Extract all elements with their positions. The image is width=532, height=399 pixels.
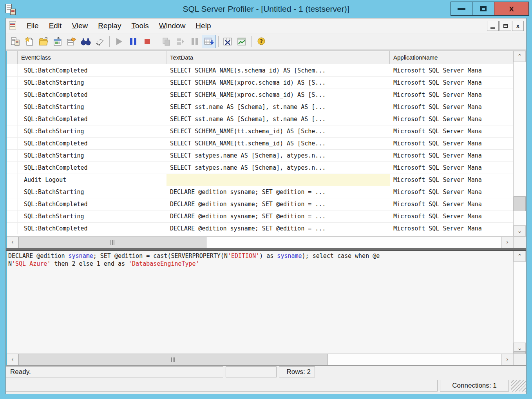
sql-horizontal-scrollbar[interactable]: ‹ › bbox=[7, 354, 526, 365]
pause-icon bbox=[130, 38, 136, 45]
clear-trace-button[interactable] bbox=[93, 35, 107, 48]
maximize-button[interactable] bbox=[472, 2, 494, 16]
child-restore-button[interactable] bbox=[499, 21, 511, 31]
minimize-icon bbox=[458, 8, 465, 10]
scroll-up-button[interactable]: ⌃ bbox=[514, 51, 526, 62]
document-icon bbox=[9, 22, 18, 30]
scroll-left-button[interactable]: ‹ bbox=[7, 354, 18, 365]
table-row[interactable]: SQL:BatchCompletedSELECT SCHEMA_NAME(tt.… bbox=[7, 137, 513, 149]
menu-bar: File Edit View Replay Tools Window Help … bbox=[6, 18, 526, 33]
eraser-icon bbox=[95, 37, 105, 46]
table-row[interactable]: SQL:BatchStartingDECLARE @edition sysnam… bbox=[7, 210, 513, 222]
properties-icon bbox=[67, 37, 77, 46]
step-pages-icon bbox=[162, 37, 171, 46]
toolbar-separator bbox=[252, 36, 252, 47]
table-row[interactable]: SQL:BatchCompletedDECLARE @edition sysna… bbox=[7, 198, 513, 210]
new-document-button[interactable] bbox=[22, 35, 36, 48]
highlighted-cell bbox=[166, 174, 390, 186]
find-button[interactable] bbox=[79, 35, 93, 48]
table-row[interactable]: SQL:BatchStartingSELECT sst.name AS [Sch… bbox=[7, 101, 513, 113]
grid-horizontal-scrollbar[interactable]: ‹ › bbox=[7, 236, 526, 248]
grid-vscroll-track[interactable] bbox=[514, 62, 526, 225]
stop-replay-button[interactable] bbox=[140, 35, 154, 48]
chevron-right-icon: › bbox=[506, 357, 508, 363]
sql-hscroll-track[interactable] bbox=[18, 354, 501, 365]
start-replay-button[interactable] bbox=[112, 35, 126, 48]
child-minimize-button[interactable] bbox=[487, 21, 499, 31]
new-document-icon bbox=[25, 37, 34, 46]
find-binoculars-icon bbox=[81, 37, 91, 46]
menu-tools[interactable]: Tools bbox=[126, 20, 154, 32]
scroll-up-button[interactable]: ⌃ bbox=[514, 251, 526, 262]
resize-grip[interactable] bbox=[511, 380, 526, 392]
child-close-button[interactable]: x bbox=[512, 21, 524, 31]
status-connections: Connections: 1 bbox=[440, 380, 509, 392]
pause-gray-icon bbox=[192, 38, 198, 45]
toolbar-separator bbox=[157, 36, 157, 47]
status-empty-panel bbox=[6, 380, 438, 392]
clear-grid-button[interactable] bbox=[221, 35, 235, 48]
table-row-audit-logout[interactable]: Audit LogoutMicrosoft SQL Server Mana bbox=[7, 174, 513, 186]
table-row[interactable]: SQL:BatchStartingSELECT SCHEMA_NAME(tt.s… bbox=[7, 125, 513, 137]
scroll-right-button[interactable]: › bbox=[501, 237, 513, 248]
column-header-applicationname[interactable]: ApplicationName bbox=[390, 51, 513, 64]
status-spacer bbox=[317, 366, 526, 377]
properties-button[interactable] bbox=[65, 35, 79, 48]
menu-view[interactable]: View bbox=[67, 20, 93, 32]
open-trace-button[interactable] bbox=[36, 35, 51, 48]
stop-icon bbox=[145, 39, 150, 44]
sql-text-view[interactable]: DECLARE @edition sysname; SET @edition =… bbox=[7, 251, 513, 354]
connection-status-bar: Connections: 1 bbox=[6, 378, 526, 394]
menu-edit[interactable]: Edit bbox=[44, 20, 67, 32]
sql-vertical-scrollbar[interactable]: ⌃ ⌄ bbox=[513, 251, 526, 354]
menu-replay[interactable]: Replay bbox=[93, 20, 126, 32]
table-row[interactable]: SQL:BatchStartingSELECT SCHEMA_NAME(xpro… bbox=[7, 76, 513, 89]
menu-file[interactable]: File bbox=[22, 20, 44, 32]
minimize-button[interactable] bbox=[451, 2, 472, 16]
auto-scroll-button[interactable] bbox=[202, 35, 216, 48]
table-row[interactable]: SQL:BatchCompletedSELECT satypes.name AS… bbox=[7, 161, 513, 174]
table-row[interactable]: SQL:BatchCompletedDECLARE @edition sysna… bbox=[7, 222, 513, 234]
replay-to-breakpoint-button[interactable] bbox=[174, 35, 188, 48]
help-button[interactable]: ? bbox=[254, 35, 268, 48]
help-icon: ? bbox=[257, 37, 266, 46]
replay-step-button[interactable] bbox=[159, 35, 174, 48]
scroll-down-button[interactable]: ⌄ bbox=[514, 225, 526, 236]
row-selector-header[interactable] bbox=[7, 51, 18, 64]
table-row[interactable]: SQL:BatchStartingDECLARE @edition sysnam… bbox=[7, 186, 513, 198]
table-row[interactable]: SQL:BatchCompletedSELECT SCHEMA_NAME(xpr… bbox=[7, 89, 513, 101]
close-button[interactable]: x bbox=[494, 2, 529, 16]
status-rows-count: Rows: 2 bbox=[279, 366, 315, 377]
column-header-eventclass[interactable]: EventClass bbox=[18, 51, 166, 64]
grid-hscroll-thumb[interactable] bbox=[18, 237, 206, 248]
chevron-left-icon: ‹ bbox=[11, 357, 14, 363]
column-header-textdata[interactable]: TextData bbox=[166, 51, 390, 64]
menu-help[interactable]: Help bbox=[190, 20, 216, 32]
sql-detail-pane: DECLARE @edition sysname; SET @edition =… bbox=[6, 251, 526, 366]
menu-window[interactable]: Window bbox=[154, 20, 191, 32]
grid-x-icon bbox=[223, 37, 233, 46]
save-trace-button[interactable] bbox=[51, 35, 65, 48]
grid-hscroll-track[interactable] bbox=[18, 237, 501, 248]
toggle-pause-button[interactable] bbox=[188, 35, 202, 48]
pause-replay-button[interactable] bbox=[126, 35, 140, 48]
sql-line-1: DECLARE @edition sysname; SET @edition =… bbox=[8, 252, 512, 260]
new-trace-button[interactable] bbox=[8, 35, 22, 48]
child-close-icon: x bbox=[516, 23, 519, 29]
sql-vscroll-track[interactable] bbox=[514, 262, 526, 343]
save-document-icon bbox=[53, 37, 62, 46]
title-bar[interactable]: SQL Server Profiler - [Untitled - 1 (tes… bbox=[0, 0, 532, 18]
chevron-left-icon: ‹ bbox=[11, 239, 14, 245]
sql-vscroll-thumb[interactable] bbox=[514, 351, 526, 354]
grid-vertical-scrollbar[interactable]: ⌃ ⌄ bbox=[513, 51, 526, 236]
toolbar-separator bbox=[218, 36, 219, 47]
scroll-left-button[interactable]: ‹ bbox=[7, 237, 18, 248]
organize-columns-button[interactable] bbox=[235, 35, 249, 48]
grid-body: SQL:BatchCompletedSELECT SCHEMA_NAME(s.s… bbox=[7, 64, 513, 236]
table-row[interactable]: SQL:BatchStartingSELECT satypes.name AS … bbox=[7, 149, 513, 161]
table-row[interactable]: SQL:BatchCompletedSELECT sst.name AS [Sc… bbox=[7, 113, 513, 125]
sql-hscroll-thumb[interactable] bbox=[18, 354, 328, 365]
table-row[interactable]: SQL:BatchCompletedSELECT SCHEMA_NAME(s.s… bbox=[7, 64, 513, 76]
scroll-right-button[interactable]: › bbox=[501, 354, 513, 365]
grid-vscroll-thumb[interactable] bbox=[514, 196, 526, 211]
